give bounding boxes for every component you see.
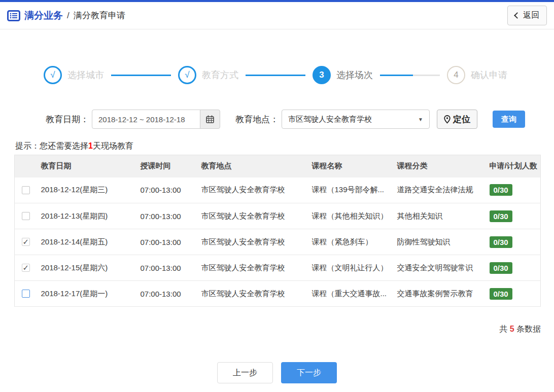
search-button[interactable]: 查询 <box>493 111 525 128</box>
page-title: 满分教育申请 <box>74 10 125 21</box>
chevron-left-icon <box>514 12 521 19</box>
page-header: 满分业务 / 满分教育申请 返回 <box>0 2 554 29</box>
step-education-method: √ 教育方式 <box>178 66 238 84</box>
record-count-summary: 共 5 条数据 <box>0 324 541 335</box>
cell-location: 市区驾驶人安全教育学校 <box>197 203 308 229</box>
cell-time: 07:00-13:00 <box>136 203 197 229</box>
table-row: ✓ 2018-12-13(星期四) 07:00-13:00 市区驾驶人安全教育学… <box>15 203 541 229</box>
table-row: ✓ 2018-12-15(星期六) 07:00-13:00 市区驾驶人安全教育学… <box>15 255 541 281</box>
cell-date: 2018-12-14(星期五) <box>37 229 136 255</box>
cell-time: 07:00-13:00 <box>136 177 197 203</box>
cell-category: 其他相关知识 <box>393 203 486 229</box>
calendar-button[interactable] <box>200 110 220 129</box>
stepper: √ 选择城市 √ 教育方式 3 选择场次 4 确认申请 <box>44 66 507 84</box>
filter-bar: 教育日期： 教育地点： 市区驾驶人安全教育学校 ▼ 定位 查询 <box>46 110 554 129</box>
column-header-checkbox <box>15 155 37 177</box>
locate-button-label: 定位 <box>453 114 470 125</box>
capacity-badge: 0/30 <box>490 184 512 196</box>
step-select-city: √ 选择城市 <box>44 66 104 84</box>
step-3-circle: 3 <box>313 66 331 84</box>
column-header-location: 教育地点 <box>197 155 308 177</box>
capacity-badge: 0/30 <box>490 288 512 300</box>
step-2-circle: √ <box>178 66 196 84</box>
row-checkbox[interactable]: ✓ <box>22 264 30 272</box>
table-header-row: 教育日期 授课时间 教育地点 课程名称 课程分类 申请/计划人数 <box>15 155 541 177</box>
previous-step-button[interactable]: 上一步 <box>217 362 273 383</box>
cell-time: 07:00-13:00 <box>136 255 197 281</box>
hint-suffix: 天现场教育 <box>93 141 133 150</box>
cell-location: 市区驾驶人安全教育学校 <box>197 177 308 203</box>
column-header-date: 教育日期 <box>37 155 136 177</box>
breadcrumb: 满分业务 / 满分教育申请 <box>7 9 125 22</box>
location-select[interactable]: 市区驾驶人安全教育学校 ▼ <box>282 110 430 129</box>
location-select-value: 市区驾驶人安全教育学校 <box>288 115 372 124</box>
step-3-label: 选择场次 <box>336 69 373 81</box>
cell-category: 交通安全文明驾驶常识 <box>393 255 486 281</box>
cell-category: 交通事故案例警示教育 <box>393 281 486 307</box>
cell-time: 07:00-13:00 <box>136 281 197 307</box>
hint-text: 提示：您还需要选择1天现场教育 <box>15 141 554 152</box>
capacity-badge: 0/30 <box>490 210 512 222</box>
date-range-group <box>92 110 220 129</box>
hint-prefix: 提示：您还需要选择 <box>15 141 88 150</box>
hint-highlight: 1 <box>88 141 93 150</box>
cell-category: 道路交通安全法律法规 <box>393 177 486 203</box>
step-connector <box>246 75 305 76</box>
location-label: 教育地点： <box>235 114 279 125</box>
step-select-session: 3 选择场次 <box>313 66 373 84</box>
cell-date: 2018-12-12(星期三) <box>37 177 136 203</box>
cell-location: 市区驾驶人安全教育学校 <box>197 229 308 255</box>
step-connector <box>380 75 440 76</box>
row-checkbox[interactable]: ✓ <box>22 238 30 246</box>
cell-category: 防御性驾驶知识 <box>393 229 486 255</box>
calendar-icon <box>205 115 215 124</box>
column-header-count: 申请/计划人数 <box>486 155 541 177</box>
cell-course: 课程（139号部令解... <box>308 177 393 203</box>
cell-time: 07:00-13:00 <box>136 229 197 255</box>
cell-date: 2018-12-17(星期一) <box>37 281 136 307</box>
step-4-circle: 4 <box>447 66 465 84</box>
row-checkbox[interactable]: ✓ <box>22 290 30 298</box>
date-range-input[interactable] <box>92 110 200 129</box>
date-label: 教育日期： <box>46 114 89 125</box>
list-icon <box>7 10 20 21</box>
column-header-course: 课程名称 <box>308 155 393 177</box>
cell-course: 课程（其他相关知识） <box>308 203 393 229</box>
summary-prefix: 共 <box>499 325 509 333</box>
summary-count: 5 <box>510 325 514 333</box>
row-checkbox[interactable]: ✓ <box>22 186 30 194</box>
table-row: ✓ 2018-12-12(星期三) 07:00-13:00 市区驾驶人安全教育学… <box>15 177 541 203</box>
breadcrumb-section[interactable]: 满分业务 <box>24 9 63 22</box>
cell-course: 课程（紧急刹车） <box>308 229 393 255</box>
back-button-label: 返回 <box>523 10 539 21</box>
breadcrumb-separator: / <box>67 11 70 21</box>
step-4-label: 确认申请 <box>471 69 507 81</box>
sessions-table: 教育日期 授课时间 教育地点 课程名称 课程分类 申请/计划人数 ✓ 2018-… <box>14 155 541 307</box>
column-header-category: 课程分类 <box>393 155 486 177</box>
step-2-label: 教育方式 <box>202 69 238 81</box>
sessions-table-wrapper: 教育日期 授课时间 教育地点 课程名称 课程分类 申请/计划人数 ✓ 2018-… <box>14 155 541 307</box>
wizard-footer: 上一步 下一步 <box>0 362 554 383</box>
check-icon: ✓ <box>22 238 29 245</box>
next-step-button[interactable]: 下一步 <box>281 362 337 383</box>
table-row: ✓ 2018-12-17(星期一) 07:00-13:00 市区驾驶人安全教育学… <box>15 281 541 307</box>
cell-location: 市区驾驶人安全教育学校 <box>197 281 308 307</box>
check-icon: ✓ <box>22 264 29 271</box>
step-1-label: 选择城市 <box>67 69 104 81</box>
locate-button[interactable]: 定位 <box>437 110 477 129</box>
cell-course: 课程（重大交通事故... <box>308 281 393 307</box>
column-header-time: 授课时间 <box>136 155 197 177</box>
summary-suffix: 条数据 <box>514 325 541 333</box>
cell-location: 市区驾驶人安全教育学校 <box>197 255 308 281</box>
row-checkbox[interactable]: ✓ <box>22 212 30 220</box>
capacity-badge: 0/30 <box>490 262 512 274</box>
chevron-down-icon: ▼ <box>418 117 423 122</box>
step-confirm-application: 4 确认申请 <box>447 66 507 84</box>
cell-date: 2018-12-13(星期四) <box>37 203 136 229</box>
step-1-circle: √ <box>44 66 62 84</box>
back-button[interactable]: 返回 <box>507 6 547 25</box>
location-pin-icon <box>444 115 451 124</box>
capacity-badge: 0/30 <box>490 236 512 248</box>
cell-course: 课程（文明礼让行人） <box>308 255 393 281</box>
table-row: ✓ 2018-12-14(星期五) 07:00-13:00 市区驾驶人安全教育学… <box>15 229 541 255</box>
